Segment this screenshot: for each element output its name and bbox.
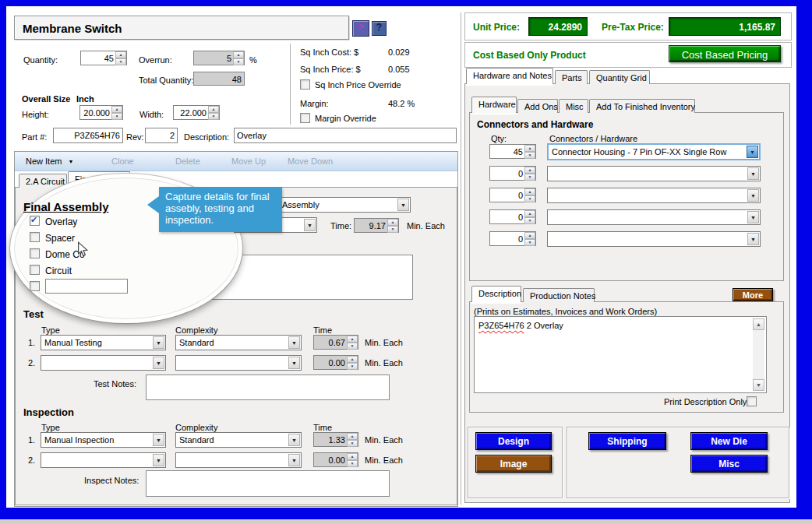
dropdown-arrow-icon[interactable] <box>747 167 759 180</box>
expand-button[interactable]: > <box>352 20 369 37</box>
scroll-down-icon[interactable] <box>753 379 764 391</box>
hardware-qty-stepper-5[interactable]: 0 <box>489 231 536 246</box>
dropdown-arrow-icon[interactable] <box>288 336 300 349</box>
spin-up-icon[interactable] <box>115 51 126 58</box>
spin-down-icon[interactable] <box>524 174 535 181</box>
spin-up-icon[interactable] <box>208 106 219 113</box>
hardware-qty-stepper-4[interactable]: 0 <box>489 209 536 224</box>
dropdown-arrow-icon[interactable] <box>153 336 164 349</box>
test-complexity-dropdown-1[interactable]: Standard <box>175 335 302 350</box>
test-time-stepper-2[interactable]: 0.00 <box>313 355 358 370</box>
inspection-type-dropdown-1[interactable]: Manual Inspection <box>41 432 166 448</box>
cost-based-pricing-button[interactable]: Cost Based Pricing <box>669 45 781 62</box>
spin-up-icon[interactable] <box>524 210 535 217</box>
rev-field[interactable]: 2 <box>145 128 178 143</box>
tab-add-ons[interactable]: Add Ons <box>517 99 558 113</box>
spin-down-icon[interactable] <box>524 217 535 224</box>
spin-down-icon[interactable] <box>524 195 535 202</box>
description-textarea[interactable]: P3Z654H76 2 Overlay <box>474 316 767 393</box>
spacer-checkbox[interactable] <box>30 232 40 242</box>
scrollbar[interactable] <box>753 318 764 391</box>
hardware-qty-stepper-1[interactable]: 45 <box>489 144 536 159</box>
dropdown-arrow-icon[interactable] <box>153 454 164 466</box>
tab-hardware-and-notes[interactable]: Hardware and Notes <box>466 68 553 84</box>
hardware-dropdown-4[interactable] <box>547 209 761 225</box>
spin-down-icon[interactable] <box>387 226 398 233</box>
spin-down-icon[interactable] <box>524 239 535 246</box>
print-description-only-checkbox[interactable] <box>747 396 757 406</box>
dropdown-arrow-icon[interactable] <box>747 233 759 245</box>
dropdown-arrow-icon[interactable] <box>304 219 316 231</box>
spin-up-icon[interactable] <box>524 145 535 152</box>
dropdown-arrow-icon[interactable] <box>288 434 300 446</box>
spin-up-icon[interactable] <box>347 356 358 363</box>
inspect-notes-textarea[interactable] <box>146 470 390 497</box>
quantity-stepper[interactable]: 45 <box>80 51 127 65</box>
spin-down-icon[interactable] <box>347 440 358 447</box>
spin-down-icon[interactable] <box>111 113 122 120</box>
overrun-stepper[interactable]: 5 <box>193 51 245 65</box>
spin-down-icon[interactable] <box>347 460 358 467</box>
tab-misc[interactable]: Misc <box>559 99 588 113</box>
dome-checkbox[interactable] <box>30 248 40 258</box>
custom-item-checkbox[interactable] <box>30 281 40 291</box>
spin-up-icon[interactable] <box>524 188 535 195</box>
overrun-value[interactable]: 5 <box>194 51 233 65</box>
scroll-up-icon[interactable] <box>753 318 764 330</box>
tab-quantity-grid[interactable]: Quantity Grid <box>589 70 650 84</box>
width-value[interactable]: 22.000 <box>174 106 208 119</box>
spin-up-icon[interactable] <box>347 453 358 460</box>
circuit-checkbox[interactable] <box>30 265 40 275</box>
inspection-time-stepper-1[interactable]: 1.33 <box>313 432 358 447</box>
delete-button[interactable]: Delete <box>175 156 200 166</box>
overlay-checkbox[interactable] <box>30 216 40 226</box>
dropdown-arrow-icon[interactable] <box>153 434 164 446</box>
new-item-button[interactable]: New Item <box>26 156 73 166</box>
hardware-dropdown-5[interactable] <box>547 231 761 247</box>
dropdown-arrow-icon[interactable] <box>747 211 759 223</box>
custom-item-field[interactable] <box>45 279 128 294</box>
move-down-button[interactable]: Move Down <box>288 156 333 166</box>
inspection-complexity-dropdown-2[interactable] <box>175 452 302 468</box>
tab-circuit[interactable]: 2.A Circuit <box>19 174 67 188</box>
tab-production-notes[interactable]: Production Notes <box>523 288 595 302</box>
dropdown-arrow-icon[interactable] <box>288 357 300 369</box>
spin-down-icon[interactable] <box>115 58 126 65</box>
hardware-qty-stepper-3[interactable]: 0 <box>489 188 536 202</box>
shipping-button[interactable]: Shipping <box>588 432 666 450</box>
test-type-dropdown-2[interactable] <box>41 355 166 371</box>
test-time-stepper-1[interactable]: 0.67 <box>313 335 358 350</box>
test-complexity-dropdown-2[interactable] <box>175 355 302 371</box>
hardware-dropdown-2[interactable] <box>547 166 761 181</box>
misc-button[interactable]: Misc <box>690 455 768 473</box>
dropdown-arrow-icon[interactable] <box>153 357 164 369</box>
width-stepper[interactable]: 22.000 <box>173 105 220 120</box>
image-button[interactable]: Image <box>475 455 552 473</box>
tab-parts[interactable]: Parts <box>555 70 588 84</box>
spin-up-icon[interactable] <box>524 167 535 174</box>
test-notes-textarea[interactable] <box>146 375 390 400</box>
part-number-field[interactable]: P3Z654H76 <box>53 128 123 143</box>
spin-down-icon[interactable] <box>524 152 535 159</box>
spin-down-icon[interactable] <box>347 363 358 370</box>
spin-down-icon[interactable] <box>233 58 244 65</box>
spin-up-icon[interactable] <box>111 106 122 113</box>
spin-down-icon[interactable] <box>347 343 358 350</box>
sq-inch-override-checkbox[interactable] <box>300 79 310 90</box>
assembly-type-dropdown[interactable]: Assembly <box>278 197 411 213</box>
dropdown-arrow-icon[interactable] <box>747 146 758 158</box>
height-stepper[interactable]: 20.000 <box>79 105 123 120</box>
tab-add-to-finished-inventory[interactable]: Add To Finished Inventory <box>589 99 695 113</box>
dropdown-arrow-icon[interactable] <box>747 189 759 202</box>
quantity-value[interactable]: 45 <box>81 51 115 65</box>
dropdown-arrow-icon[interactable] <box>288 454 300 466</box>
hardware-qty-stepper-2[interactable]: 0 <box>489 166 536 181</box>
spin-up-icon[interactable] <box>524 232 535 239</box>
spin-up-icon[interactable] <box>387 219 398 226</box>
help-button[interactable]: ? <box>372 21 387 36</box>
design-button[interactable]: Design <box>475 432 552 450</box>
spin-up-icon[interactable] <box>233 51 244 58</box>
dropdown-arrow-icon[interactable] <box>397 199 409 211</box>
height-value[interactable]: 20.000 <box>80 106 111 119</box>
inspection-time-stepper-2[interactable]: 0.00 <box>313 452 358 467</box>
